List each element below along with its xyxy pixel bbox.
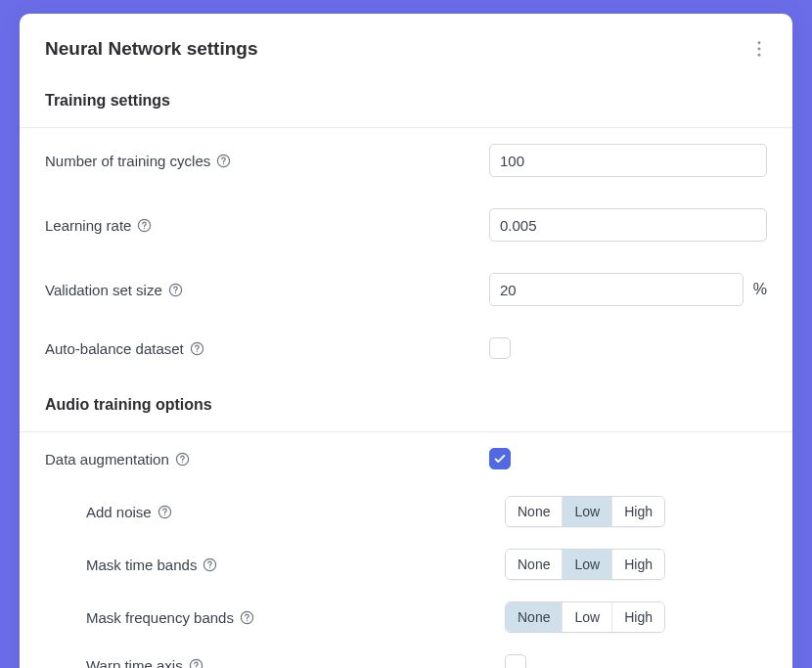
row-warp-time-axis: Warp time axis <box>45 644 767 668</box>
row-learning-rate: Learning rate <box>45 193 767 257</box>
row-validation-size: Validation set size % <box>45 257 767 322</box>
help-icon[interactable] <box>216 154 231 168</box>
svg-point-4 <box>223 162 224 163</box>
row-data-augmentation: Data augmentation <box>45 432 767 485</box>
label-text: Mask time bands <box>86 557 197 573</box>
segmented-add-noise: None Low High <box>505 496 665 527</box>
row-auto-balance: Auto-balance dataset <box>45 322 767 375</box>
label-text: Data augmentation <box>45 451 169 468</box>
svg-point-2 <box>758 54 761 57</box>
label-data-augmentation: Data augmentation <box>45 451 489 468</box>
row-training-cycles: Number of training cycles <box>45 128 767 193</box>
label-text: Validation set size <box>45 282 162 298</box>
svg-point-10 <box>197 350 198 351</box>
section-audio: Audio training options <box>20 375 792 431</box>
seg-option-none[interactable]: None <box>506 550 563 579</box>
segmented-mask-time: None Low High <box>505 549 665 580</box>
settings-card: Neural Network settings Training setting… <box>20 14 792 668</box>
section-training: Training settings <box>20 74 792 127</box>
checkbox-warp-time-axis[interactable] <box>505 654 526 668</box>
svg-point-18 <box>247 619 248 620</box>
more-menu-button[interactable] <box>751 37 767 61</box>
section-title-audio: Audio training options <box>45 375 767 431</box>
help-icon[interactable] <box>137 218 152 233</box>
help-icon[interactable] <box>175 452 190 467</box>
label-training-cycles: Number of training cycles <box>45 153 489 169</box>
input-training-cycles[interactable] <box>489 144 767 177</box>
row-mask-time-bands: Mask time bands None Low High <box>45 538 767 591</box>
label-text: Warp time axis <box>86 657 183 669</box>
more-vertical-icon <box>757 41 761 57</box>
row-add-noise: Add noise None Low High <box>45 485 767 538</box>
help-icon[interactable] <box>203 557 217 572</box>
segmented-mask-freq: None Low High <box>505 601 665 633</box>
label-text: Add noise <box>86 504 152 520</box>
check-icon <box>493 452 507 466</box>
label-text: Auto-balance dataset <box>45 340 184 357</box>
seg-option-high[interactable]: High <box>612 497 664 526</box>
svg-point-14 <box>164 513 165 514</box>
svg-point-1 <box>758 48 761 51</box>
label-mask-time-bands: Mask time bands <box>45 557 489 573</box>
svg-point-6 <box>144 227 145 228</box>
label-validation-size: Validation set size <box>45 282 489 298</box>
card-title: Neural Network settings <box>45 38 258 60</box>
label-text: Learning rate <box>45 217 131 234</box>
seg-option-low[interactable]: Low <box>563 497 612 526</box>
checkbox-auto-balance[interactable] <box>489 337 511 359</box>
row-mask-frequency-bands: Mask frequency bands None Low High <box>45 591 767 644</box>
seg-option-high[interactable]: High <box>612 550 664 579</box>
label-add-noise: Add noise <box>45 504 489 520</box>
input-learning-rate[interactable] <box>489 208 767 242</box>
svg-point-16 <box>209 566 210 567</box>
seg-option-none[interactable]: None <box>506 497 563 526</box>
svg-point-0 <box>758 41 761 44</box>
seg-option-none[interactable]: None <box>506 602 563 632</box>
help-icon[interactable] <box>168 283 183 297</box>
help-icon[interactable] <box>189 658 203 669</box>
seg-option-high[interactable]: High <box>612 602 664 632</box>
label-learning-rate: Learning rate <box>45 217 489 234</box>
seg-option-low[interactable]: Low <box>563 602 612 632</box>
svg-point-8 <box>175 291 176 292</box>
validation-size-suffix: % <box>753 281 767 298</box>
help-icon[interactable] <box>240 610 254 625</box>
input-validation-size[interactable] <box>489 273 744 306</box>
label-warp-time-axis: Warp time axis <box>45 657 489 669</box>
label-text: Mask frequency bands <box>86 609 234 626</box>
label-auto-balance: Auto-balance dataset <box>45 340 489 357</box>
seg-option-low[interactable]: Low <box>563 550 612 579</box>
svg-point-12 <box>182 461 183 462</box>
card-header: Neural Network settings <box>20 14 792 74</box>
label-text: Number of training cycles <box>45 153 210 169</box>
section-title-training: Training settings <box>45 74 767 127</box>
label-mask-frequency-bands: Mask frequency bands <box>45 609 489 626</box>
checkbox-data-augmentation[interactable] <box>489 448 511 469</box>
help-icon[interactable] <box>158 505 172 519</box>
help-icon[interactable] <box>190 341 204 356</box>
